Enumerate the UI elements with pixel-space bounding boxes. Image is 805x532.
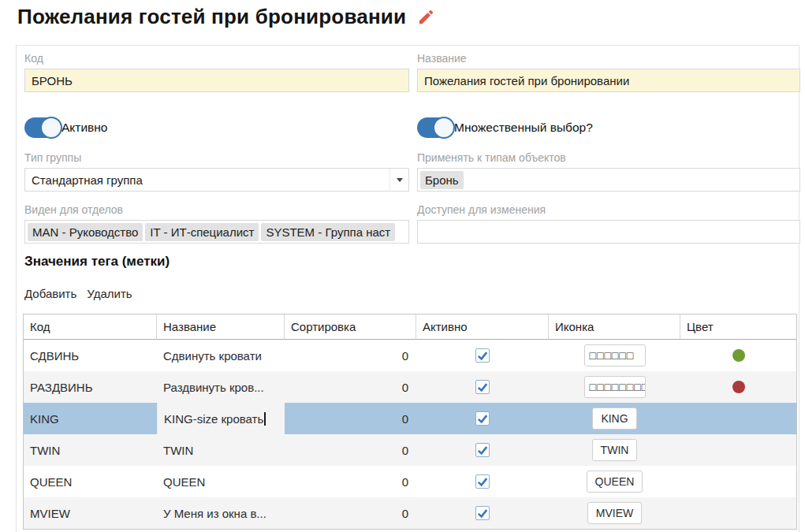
cell-code: QUEEN [24, 466, 157, 497]
tag-chip[interactable]: IT - ИТ-специалист [145, 223, 259, 241]
column-header-icon[interactable]: Иконка [549, 314, 680, 340]
editable-label: Доступен для изменения [417, 203, 800, 217]
cell-name[interactable]: У Меня из окна в... [157, 497, 285, 529]
table-toolbar: Добавить Удалить [24, 287, 132, 300]
delete-button[interactable]: Удалить [87, 287, 132, 300]
cell-icon: QUEEN [549, 466, 680, 497]
group-type-select[interactable]: Стандартная группа [24, 168, 409, 192]
cell-code: РАЗДВИНЬ [24, 371, 157, 403]
name-label: Название [417, 52, 800, 65]
page: Пожелания гостей при бронировании Код БР… [0, 0, 805, 532]
cell-icon: TWIN [549, 434, 680, 466]
page-header: Пожелания гостей при бронировании [17, 5, 435, 29]
table-row[interactable]: KING KING-size кровать 0 KING [24, 403, 796, 434]
field-departments: Виден для отделов MAN - РуководствоIT - … [24, 203, 409, 244]
tag-chip[interactable]: SYSTEM - Группа наст [261, 223, 395, 241]
cell-color [680, 466, 796, 497]
table-body: СДВИНЬ Сдвинуть кровати 0 □□□□□□ РАЗДВИН… [24, 340, 796, 529]
section-title: Значения тега (метки) [24, 254, 170, 270]
table-row[interactable]: СДВИНЬ Сдвинуть кровати 0 □□□□□□ [24, 340, 796, 371]
column-header-sort[interactable]: Сортировка [285, 314, 416, 340]
multi-select-toggle[interactable] [417, 117, 454, 138]
multi-toggle-label: Множественный выбор? [454, 121, 593, 135]
cell-sort: 0 [285, 466, 416, 497]
cell-code: TWIN [24, 434, 157, 466]
apply-to-label: Применять к типам объектов [417, 151, 800, 165]
cell-icon: □□□□□□□□ [549, 371, 680, 403]
cell-active [416, 403, 549, 434]
group-type-label: Тип группы [24, 151, 409, 165]
active-checkbox[interactable] [475, 474, 490, 489]
active-toggle[interactable] [24, 117, 61, 138]
cell-color [680, 371, 796, 403]
tag-chip[interactable]: Бронь [420, 171, 464, 189]
code-input[interactable]: БРОНЬ [24, 69, 409, 92]
active-checkbox[interactable] [475, 380, 490, 394]
color-dot[interactable] [732, 349, 745, 362]
tag-chip[interactable]: MAN - Руководство [28, 223, 143, 241]
cell-name[interactable]: Сдвинуть кровати [157, 340, 285, 371]
table-row[interactable]: QUEEN QUEEN 0 QUEEN [24, 466, 796, 497]
icon-value-button[interactable]: □□□□□□ [584, 344, 646, 366]
cell-sort: 0 [285, 434, 416, 466]
cell-icon: □□□□□□ [549, 340, 680, 371]
cell-color [680, 497, 796, 529]
active-checkbox[interactable] [475, 411, 490, 426]
icon-value-button[interactable]: MVIEW [587, 502, 642, 524]
cell-sort: 0 [285, 497, 416, 529]
apply-to-input[interactable]: Бронь [417, 168, 800, 192]
cell-code: KING [24, 403, 157, 434]
form-panel: Код БРОНЬ Название Пожелания гостей при … [16, 45, 799, 532]
cell-name[interactable]: TWIN [157, 434, 285, 466]
table-row[interactable]: РАЗДВИНЬ Раздвинуть кров... 0 □□□□□□□□ [24, 371, 796, 403]
icon-value-button[interactable]: TWIN [592, 439, 638, 461]
icon-value-button[interactable]: □□□□□□□□ [584, 376, 646, 398]
active-checkbox[interactable] [475, 443, 490, 457]
color-dot[interactable] [732, 381, 745, 393]
departments-label: Виден для отделов [24, 203, 409, 217]
cell-active [416, 434, 549, 466]
cell-sort: 0 [285, 371, 416, 403]
cell-name[interactable]: QUEEN [157, 466, 285, 497]
toggle-knob [433, 117, 455, 139]
field-name: Название Пожелания гостей при бронирован… [417, 52, 800, 92]
editable-input[interactable] [417, 220, 800, 244]
field-editable: Доступен для изменения [417, 203, 800, 244]
cell-active [416, 371, 549, 403]
table-row[interactable]: MVIEW У Меня из окна в... 0 MVIEW [24, 497, 796, 529]
icon-value-button[interactable]: QUEEN [587, 471, 643, 493]
table-header: Код Название Сортировка Активно Иконка Ц… [24, 314, 796, 340]
column-header-code[interactable]: Код [24, 314, 157, 340]
inline-edit-text: KING-size кровать [164, 412, 263, 426]
column-header-name[interactable]: Название [157, 314, 285, 340]
chevron-down-icon[interactable] [389, 169, 408, 191]
page-title: Пожелания гостей при бронировании [17, 5, 406, 29]
icon-value-button[interactable]: KING [592, 407, 636, 430]
cell-name[interactable]: KING-size кровать [157, 403, 285, 434]
cell-sort: 0 [285, 403, 416, 434]
field-apply-to: Применять к типам объектов Бронь [417, 151, 800, 192]
toggle-knob [40, 117, 62, 139]
field-code: Код БРОНЬ [24, 52, 409, 92]
group-type-value: Стандартная группа [32, 173, 143, 187]
active-checkbox[interactable] [475, 348, 490, 363]
cell-active [416, 340, 549, 371]
edit-pencil-icon[interactable] [417, 8, 435, 26]
table-row[interactable]: TWIN TWIN 0 TWIN [24, 434, 796, 466]
cell-sort: 0 [285, 340, 416, 371]
name-input[interactable]: Пожелания гостей при бронировании [417, 69, 800, 92]
field-group-type: Тип группы Стандартная группа [24, 151, 409, 192]
add-button[interactable]: Добавить [24, 287, 76, 300]
departments-input[interactable]: MAN - РуководствоIT - ИТ-специалистSYSTE… [24, 220, 409, 244]
active-toggle-label: Активно [61, 121, 107, 135]
column-header-color[interactable]: Цвет [680, 314, 796, 340]
cell-name[interactable]: Раздвинуть кров... [157, 371, 285, 403]
cell-color [680, 403, 796, 434]
text-caret [264, 412, 266, 426]
column-header-active[interactable]: Активно [416, 314, 549, 340]
cell-active [416, 466, 549, 497]
cell-code: СДВИНЬ [24, 340, 157, 371]
multi-toggle-row: Множественный выбор? [417, 117, 593, 138]
tag-values-table: Код Название Сортировка Активно Иконка Ц… [23, 314, 797, 530]
active-checkbox[interactable] [475, 506, 490, 520]
